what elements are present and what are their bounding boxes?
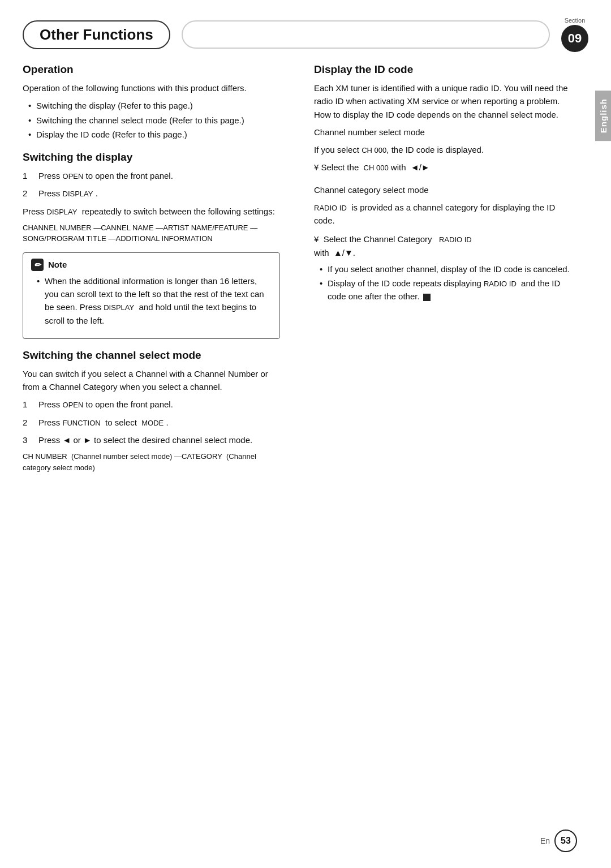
- page-header: Other Functions Section 09: [0, 0, 611, 58]
- channel-category-mode-text: radio id is provided as a channel catego…: [314, 201, 571, 227]
- step-text: Press display .: [38, 187, 98, 200]
- page-title: Other Functions: [23, 20, 170, 49]
- step-text: Press open to open the front panel.: [38, 169, 173, 182]
- list-item: Display the ID code (Refer to this page.…: [28, 128, 280, 141]
- channel-step-1: 1 Press open to open the front panel.: [23, 398, 280, 411]
- step-num: 2: [23, 187, 33, 200]
- display-id-bullets: If you select another channel, display o…: [314, 263, 571, 303]
- operation-bullets: Switching the display (Refer to this pag…: [23, 99, 280, 141]
- footer-en-label: En: [540, 836, 550, 845]
- list-item: Display of the ID code repeats displayin…: [320, 277, 571, 303]
- section-indicator: Section 09: [561, 17, 588, 52]
- channel-category-mode-label: Channel category select mode: [314, 183, 571, 196]
- page-number: 53: [554, 830, 577, 852]
- section-label: Section: [565, 17, 586, 24]
- switching-display-section: Switching the display 1 Press open to op…: [23, 151, 280, 339]
- note-bullets: When the additional information is longe…: [31, 274, 272, 327]
- display-id-section: Display the ID code Each XM tuner is ide…: [314, 63, 571, 303]
- list-item: When the additional information is longe…: [37, 274, 272, 327]
- step-num: 1: [23, 169, 33, 182]
- channel-number-mode-text: If you select ch 000, the ID code is dis…: [314, 143, 571, 156]
- channel-category-select: ¥ Select the Channel Category radio id w…: [314, 233, 571, 259]
- channel-number-select: ¥ Select the ch 000 with ◄/►: [314, 161, 571, 174]
- settings-text: channel number —cannel name —artist name…: [23, 222, 280, 244]
- step-num: 3: [23, 433, 33, 446]
- switching-display-heading: Switching the display: [23, 151, 280, 164]
- step-num: 2: [23, 416, 33, 429]
- note-icon: ✏: [31, 259, 44, 271]
- page-footer: En 53: [540, 830, 577, 852]
- step-num: 1: [23, 398, 33, 411]
- list-item: Switching the display (Refer to this pag…: [28, 99, 280, 112]
- header-empty-box: [182, 20, 550, 49]
- switching-channel-heading: Switching the channel select mode: [23, 349, 280, 362]
- step-2: 2 Press display .: [23, 187, 280, 200]
- note-header: ✏ Note: [31, 259, 272, 271]
- step-text: Press ◄ or ► to select the desired chann…: [38, 433, 252, 446]
- press-display-text: Press display repeatedly to switch betwe…: [23, 205, 280, 218]
- channel-number-mode-label: Channel number select mode: [314, 126, 571, 139]
- operation-section: Operation Operation of the following fun…: [23, 63, 280, 141]
- list-item: Switching the channel select mode (Refer…: [28, 114, 280, 127]
- operation-intro: Operation of the following functions wit…: [23, 81, 280, 94]
- step-text: Press open to open the front panel.: [38, 398, 173, 411]
- channel-step-3: 3 Press ◄ or ► to select the desired cha…: [23, 433, 280, 446]
- modes-text: ch number (Channel number select mode) —…: [23, 451, 280, 473]
- note-box: ✏ Note When the additional information i…: [23, 252, 280, 339]
- switching-channel-section: Switching the channel select mode You ca…: [23, 349, 280, 473]
- display-id-heading: Display the ID code: [314, 63, 571, 76]
- switching-channel-intro: You can switch if you select a Channel w…: [23, 367, 280, 394]
- stop-icon: [423, 294, 431, 301]
- left-column: Operation Operation of the following fun…: [23, 63, 291, 478]
- channel-step-2: 2 Press function to select mode .: [23, 416, 280, 429]
- step-1: 1 Press open to open the front panel.: [23, 169, 280, 182]
- section-number: 09: [561, 25, 588, 52]
- right-column: Display the ID code Each XM tuner is ide…: [314, 63, 588, 478]
- note-label: Note: [48, 260, 67, 269]
- display-id-intro: Each XM tuner is identified with a uniqu…: [314, 81, 571, 121]
- list-item: If you select another channel, display o…: [320, 263, 571, 276]
- language-tab: English: [595, 91, 611, 141]
- main-content: Operation Operation of the following fun…: [0, 58, 611, 495]
- operation-heading: Operation: [23, 63, 280, 76]
- step-text: Press function to select mode .: [38, 416, 169, 429]
